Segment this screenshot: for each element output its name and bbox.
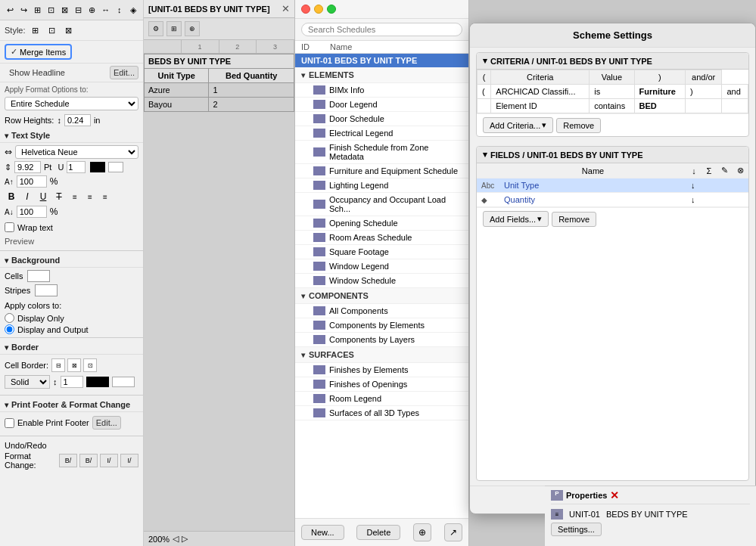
grid-icon-1[interactable]: ⊞ [29, 23, 42, 37]
list-item[interactable]: Surfaces of all 3D Types [295, 406, 468, 420]
tool9[interactable]: ↕ [114, 3, 125, 17]
border-style-dropdown[interactable]: Solid [5, 375, 50, 389]
tool8[interactable]: ↔ [101, 3, 111, 17]
redo-i-icon[interactable]: I/ [120, 454, 138, 467]
border-header[interactable]: Border [0, 340, 143, 355]
undo-row: Format Change: B/ B/ I/ I/ [5, 451, 138, 470]
list-item[interactable]: Door Legend [295, 98, 468, 112]
print-footer-header[interactable]: Print Footer & Format Change [0, 398, 143, 412]
list-item[interactable]: Room Areas Schedule [295, 231, 468, 245]
underline-button[interactable]: U [36, 190, 50, 203]
remove-criteria-button[interactable]: Remove [556, 118, 601, 133]
criteria-section-header[interactable]: CRITERIA / UNIT-01 BEDS BY UNIT TYPE [477, 53, 748, 70]
stripes-color-swatch[interactable] [35, 284, 58, 296]
font-size-input[interactable] [14, 161, 41, 173]
selected-schedule-row[interactable]: UNIT-01 BEDS BY UNIT TYPE [295, 54, 468, 67]
settings-button[interactable]: Settings... [551, 523, 602, 536]
display-only-radio[interactable] [5, 313, 14, 323]
list-item[interactable]: Finishes of Openings [295, 377, 468, 392]
fields-section-header[interactable]: FIELDS / UNIT-01 BEDS BY UNIT TYPE [477, 147, 748, 163]
list-item[interactable]: Opening Schedule [295, 216, 468, 231]
tool10[interactable]: ◈ [128, 3, 138, 17]
cells-color-swatch[interactable] [27, 270, 50, 282]
list-item[interactable]: Electrical Legend [295, 126, 468, 141]
list-item[interactable]: Square Footage [295, 245, 468, 259]
remove-fields-button[interactable]: Remove [552, 212, 596, 227]
window-close-button[interactable] [301, 5, 310, 14]
border-weight-input[interactable] [61, 376, 83, 388]
border-icon-3[interactable]: ⊡ [83, 358, 97, 372]
list-item[interactable]: BIMx Info [295, 83, 468, 98]
tree-section-header[interactable]: SURFACES [295, 347, 468, 363]
add-criteria-button[interactable]: Add Criteria... ▾ [483, 117, 553, 133]
undo-icon[interactable]: ↩ [5, 3, 15, 17]
list-item[interactable]: Door Schedule [295, 112, 468, 126]
tool6[interactable]: ⊟ [73, 3, 83, 17]
border-icon-2[interactable]: ⊠ [67, 358, 81, 372]
copy-icon-button[interactable]: ⊕ [413, 523, 431, 541]
scale-input-1[interactable] [17, 175, 47, 188]
redo-b-icon[interactable]: B/ [79, 454, 98, 467]
border-color-swatch-2[interactable] [112, 377, 135, 387]
row-height-input[interactable] [64, 114, 91, 126]
list-item[interactable]: Room Legend [295, 392, 468, 406]
background-header[interactable]: Background [0, 253, 143, 268]
item-label: Occupancy and Occupant Load Sch... [329, 195, 462, 213]
window-zoom-button[interactable] [327, 5, 336, 14]
window-minimize-button[interactable] [314, 5, 323, 14]
tool3[interactable]: ⊞ [32, 3, 42, 17]
export-icon-button[interactable]: ↗ [444, 523, 462, 541]
tracking-input[interactable] [67, 161, 86, 173]
tool7[interactable]: ⊕ [87, 3, 98, 17]
list-item[interactable]: Components by Elements [295, 318, 468, 333]
display-and-output-radio[interactable] [5, 324, 14, 334]
scroll-left-icon[interactable]: ◁ [173, 534, 179, 544]
search-input[interactable] [301, 23, 462, 36]
scale-input-2[interactable] [17, 206, 47, 218]
new-button[interactable]: New... [301, 525, 344, 540]
wrap-text-checkbox[interactable] [5, 222, 14, 232]
font-dropdown[interactable]: Helvetica Neue [15, 145, 138, 159]
properties-icon: P [551, 490, 563, 501]
edit-button[interactable]: Edit... [110, 66, 138, 79]
schedule-close-button[interactable]: ✕ [282, 3, 290, 14]
grid-icon-3[interactable]: ⊠ [62, 23, 76, 37]
grid-icon-2[interactable]: ⊡ [45, 23, 59, 37]
list-item[interactable]: Furniture and Equipment Schedule [295, 164, 468, 178]
align-center-button[interactable]: ≡ [83, 190, 97, 203]
print-footer-edit-button[interactable]: Edit... [92, 416, 121, 430]
tree-section-header[interactable]: COMPONENTS [295, 288, 468, 304]
schedule-tool-copy[interactable]: ⊕ [185, 21, 200, 36]
delete-button[interactable]: Delete [356, 525, 400, 540]
list-item[interactable]: Finishes by Elements [295, 363, 468, 377]
schedule-tool-grid[interactable]: ⊞ [166, 21, 182, 36]
list-item[interactable]: Finish Schedule from Zone Metadata [295, 141, 468, 164]
strikethrough-button[interactable]: T [52, 190, 66, 203]
tree-section-header[interactable]: ELEMENTS [295, 67, 468, 83]
list-item[interactable]: Window Schedule [295, 274, 468, 288]
enable-print-footer-checkbox[interactable] [5, 418, 14, 428]
redo-icon[interactable]: ↪ [18, 3, 29, 17]
list-item[interactable]: All Components [295, 304, 468, 318]
list-item[interactable]: Occupancy and Occupant Load Sch... [295, 193, 468, 216]
undo-b-icon[interactable]: B/ [59, 454, 77, 467]
undo-i-icon[interactable]: I/ [100, 454, 118, 467]
scroll-right-icon[interactable]: ▷ [182, 534, 188, 544]
list-item[interactable]: Window Legend [295, 259, 468, 274]
align-left-button[interactable]: ≡ [68, 190, 82, 203]
properties-close-button[interactable]: ✕ [610, 489, 619, 501]
list-item[interactable]: Components by Layers [295, 333, 468, 347]
bold-button[interactable]: B [5, 190, 18, 203]
add-fields-button[interactable]: Add Fields... ▾ [483, 211, 549, 227]
text-style-header[interactable]: Text Style [0, 129, 143, 143]
apply-format-dropdown[interactable]: Entire Schedule [5, 97, 138, 110]
list-item[interactable]: Lighting Legend [295, 178, 468, 193]
align-right-button[interactable]: ≡ [98, 190, 112, 203]
merge-items-button[interactable]: ✓ Merge Items [5, 44, 72, 60]
border-icon-1[interactable]: ⊟ [51, 358, 65, 372]
schedule-tool-settings[interactable]: ⚙ [148, 21, 163, 36]
tool4[interactable]: ⊡ [45, 3, 56, 17]
tool5[interactable]: ⊠ [59, 3, 70, 17]
italic-button[interactable]: I [20, 190, 34, 203]
border-color-swatch[interactable] [86, 377, 109, 387]
